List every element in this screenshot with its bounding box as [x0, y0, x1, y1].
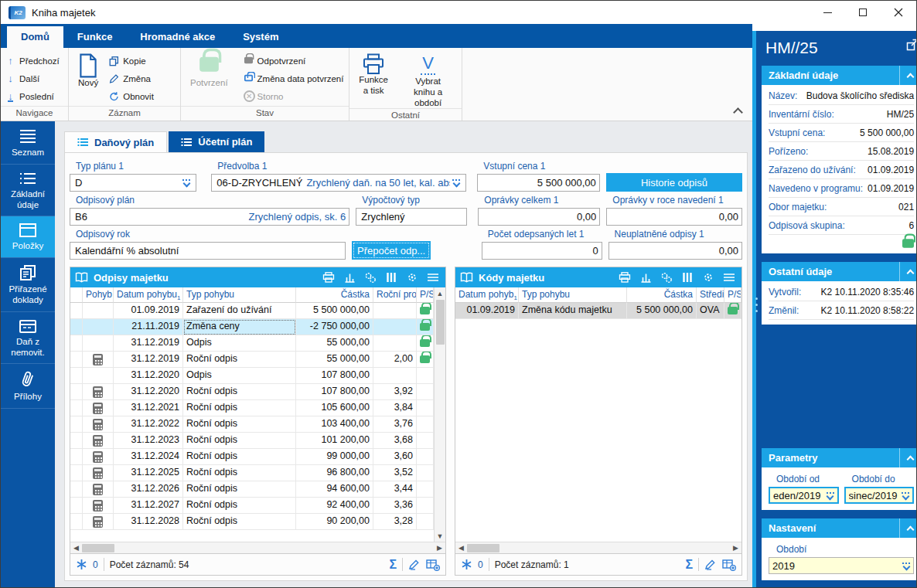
table-row[interactable]: 01.09.2019 Zařazení do užívání 5 500 000… [70, 303, 434, 319]
col-stredisko[interactable]: Středi: [697, 287, 724, 303]
scroll-left-icon[interactable]: ◀ [455, 542, 467, 554]
table-add-icon[interactable] [722, 559, 736, 571]
edit-pencil-icon[interactable] [408, 559, 421, 570]
settings-gear-icon[interactable] [701, 270, 716, 284]
opravky-navedeni-input[interactable]: 0,00 [606, 208, 742, 226]
confirm-button[interactable]: Potvrzení [186, 51, 233, 106]
columns-icon[interactable] [384, 270, 399, 284]
scroll-right-icon[interactable]: ▶ [730, 542, 741, 554]
sidebar-item-polozky[interactable]: Položky [1, 216, 55, 258]
scroll-down-icon[interactable]: ▼ [435, 530, 446, 542]
vypoctovy-typ-input[interactable]: Zrychlený [356, 208, 467, 226]
gears-icon[interactable] [659, 270, 674, 284]
collapse-chevron-icon[interactable] [899, 518, 917, 538]
ribbon-tab-domu[interactable]: Domů [7, 26, 63, 48]
print-icon[interactable] [321, 270, 336, 284]
section-header[interactable]: Základní údaje [762, 66, 917, 85]
print-icon[interactable] [617, 270, 632, 284]
asterisk-icon[interactable] [76, 559, 87, 570]
table-row[interactable]: 31.12.2023 Roční odpis 101 200,00 3,68 [70, 433, 434, 449]
table-row[interactable]: 31.12.2020 Odpis 107 800,00 [70, 368, 434, 384]
storno-button[interactable]: ✕Storno [244, 88, 344, 104]
maximize-button[interactable] [845, 1, 881, 24]
sidebar-item-prilohy[interactable]: Přílohy [1, 364, 55, 409]
sum-icon[interactable]: Σ [389, 558, 397, 572]
edit-button[interactable]: Změna [109, 70, 154, 87]
predvolba-input[interactable]: 06-D-ZRYCHLENÝZrychlený daň. na 50 let, … [211, 174, 466, 192]
historie-odpisu-button[interactable]: Historie odpisů [606, 173, 742, 192]
table-menu-icon[interactable] [721, 270, 737, 284]
table-row[interactable]: 01.09.2019 Změna kódu majetku 5 500 000,… [455, 303, 741, 319]
sidebar-item-dan-z-nemovit[interactable]: Daň z nemovit. [1, 312, 55, 365]
ribbon-tab-funkce[interactable]: Funkce [63, 26, 127, 48]
sum-icon[interactable]: Σ [685, 558, 693, 572]
col-rocni-proc[interactable]: Roční proc [373, 287, 417, 303]
section-header[interactable]: Nastavení [762, 518, 917, 538]
table-row[interactable]: 31.12.2028 Roční odpis 90 200,00 3,28 [70, 514, 434, 530]
splitter-handle[interactable] [755, 297, 758, 312]
scroll-left-icon[interactable]: ◀ [70, 542, 82, 554]
odpisovy-plan-input[interactable]: B6Zrychlený odpis, sk. 6 [70, 208, 349, 226]
table-row[interactable]: 31.12.2020 Roční odpis 107 800,00 3,92 [70, 384, 434, 400]
col-castka[interactable]: Částka [627, 287, 697, 303]
chart-icon[interactable] [342, 270, 357, 284]
obdobi-do-input[interactable]: sinec/2019 [844, 487, 915, 504]
functions-print-button[interactable]: Funkce a tisk [354, 51, 393, 108]
copy-button[interactable]: Kopie [109, 53, 154, 69]
odpisovy-rok-input[interactable]: Kalendářní % absolutní [70, 242, 346, 260]
settings-gear-icon[interactable] [404, 270, 420, 284]
sidebar-item-seznam[interactable]: Seznam [1, 121, 55, 165]
gears-icon[interactable] [363, 270, 378, 284]
table-row[interactable]: 31.12.2026 Roční odpis 94 600,00 3,44 [70, 481, 434, 498]
tab-danovy-plan[interactable]: Daňový plán [64, 131, 167, 152]
typ-planu-input[interactable]: D [70, 174, 196, 192]
open-in-window-icon[interactable] [906, 39, 917, 51]
scroll-right-icon[interactable]: ▶ [434, 542, 445, 554]
asterisk-icon[interactable] [461, 559, 472, 570]
last-button[interactable]: ↓Poslední [5, 88, 60, 104]
col-typ-pohybu[interactable]: Typ pohybu [183, 287, 296, 303]
col-datum-pohybu[interactable]: Datum pohyb1 [455, 287, 519, 303]
close-button[interactable] [881, 1, 916, 24]
table-menu-icon[interactable] [425, 270, 441, 284]
previous-button[interactable]: ↑Předchozí [5, 53, 60, 69]
obdobi-od-input[interactable]: eden/2019 [769, 487, 839, 504]
collapse-chevron-icon[interactable] [899, 66, 917, 85]
dropdown-icon[interactable] [824, 492, 837, 499]
table-add-icon[interactable] [426, 559, 440, 571]
scrollbar-thumb[interactable] [467, 544, 499, 552]
table-row[interactable]: 31.12.2019 Roční odpis 55 000,00 2,00 [70, 352, 434, 368]
table-row[interactable]: 21.11.2019 Změna ceny -2 750 000,00 [70, 319, 434, 335]
horizontal-scrollbar[interactable]: ◀ ▶ [455, 542, 741, 553]
unconfirm-button[interactable]: Odpotvrzení [244, 53, 344, 69]
vstupni-cena-input[interactable]: 5 500 000,00 [477, 174, 599, 192]
columns-icon[interactable] [680, 270, 695, 284]
section-header[interactable]: Parametry [762, 448, 917, 467]
scrollbar-thumb[interactable] [82, 544, 114, 552]
refresh-button[interactable]: Obnovit [109, 88, 154, 104]
dropdown-icon[interactable] [900, 563, 912, 569]
sidebar-item-zakladni-udaje[interactable]: Základní údaje [1, 165, 55, 217]
new-record-button[interactable]: Nový [73, 51, 103, 106]
col-typ-pohybu[interactable]: Typ pohybu [519, 287, 627, 303]
section-header[interactable]: Ostatní údaje [762, 262, 917, 281]
ribbon-tab-hromadne-akce[interactable]: Hromadné akce [126, 26, 229, 48]
scroll-up-icon[interactable]: ▲ [435, 287, 446, 299]
vertical-scrollbar[interactable]: ▲ ▼ [434, 287, 445, 542]
col-datum-pohybu[interactable]: Datum pohybu1 [114, 287, 183, 303]
table-row[interactable]: 31.12.2027 Roční odpis 92 400,00 3,36 [70, 498, 434, 514]
dropdown-icon[interactable] [180, 179, 193, 186]
horizontal-scrollbar[interactable]: ◀ ▶ [70, 542, 445, 553]
neuplatnene-input[interactable]: 0,00 [608, 242, 742, 260]
change-confirm-date-button[interactable]: Změna data potvrzení [244, 70, 344, 87]
table-row[interactable]: 31.12.2019 Odpis 55 000,00 [70, 335, 434, 352]
next-button[interactable]: ↓Další [5, 70, 60, 87]
collapse-chevron-icon[interactable] [899, 448, 917, 467]
obdobi-input[interactable]: 2019 [769, 557, 914, 574]
col-ps[interactable]: P/S [417, 287, 434, 303]
table-row[interactable]: 31.12.2022 Roční odpis 103 400,00 3,76 [70, 416, 434, 433]
minimize-button[interactable] [810, 1, 845, 24]
col-pohyb[interactable]: Pohyb [83, 287, 114, 303]
table-row[interactable]: 31.12.2025 Roční odpis 96 800,00 3,52 [70, 465, 434, 481]
col-ps[interactable]: P/S [724, 287, 741, 303]
